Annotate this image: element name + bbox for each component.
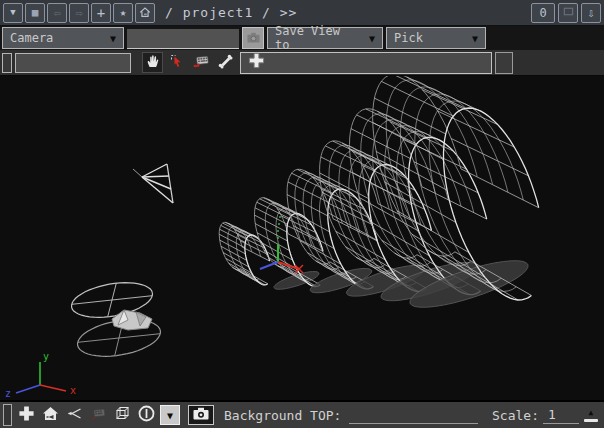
home-icon (41, 405, 60, 426)
camera-select-dropdown[interactable]: Camera ▼ (2, 27, 124, 49)
plus-icon (18, 405, 35, 426)
collapse-button[interactable]: ⇩ (581, 3, 601, 23)
breadcrumb[interactable]: / project1 / >> (165, 5, 297, 20)
viewer-menu-button[interactable]: ▼ (3, 3, 23, 23)
viewport-tool-row (0, 50, 604, 76)
background-top-label: Background TOP: (224, 408, 341, 423)
maximize-button[interactable] (558, 3, 578, 23)
display-options-dropdown[interactable]: ▼ (160, 405, 180, 425)
scale-spinner[interactable]: ▲ (583, 409, 599, 422)
scale-input[interactable]: 1 (543, 407, 579, 424)
down-arrow-icon: ⇩ (587, 7, 594, 19)
scale-label: Scale: (492, 408, 539, 423)
wireframe-cube-icon (114, 405, 131, 426)
top-toolbar: ▼ ■ ⇦ ⇨ + ★ / project1 / >> 0 (0, 0, 604, 26)
pick-label: Pick (394, 31, 423, 45)
stop-button[interactable]: ■ (25, 3, 45, 23)
transform-tool-button[interactable] (190, 52, 211, 73)
add-tab-button[interactable] (244, 54, 268, 72)
chevron-down-icon: ▼ (10, 8, 15, 17)
chevron-down-icon: ▼ (102, 33, 116, 44)
plus-icon: + (97, 6, 105, 20)
save-view-to-label: Save View to (275, 24, 361, 52)
view-pan-tool-button[interactable] (142, 52, 163, 73)
stop-icon: ■ (32, 7, 39, 18)
save-view-to-dropdown[interactable]: Save View to ▼ (267, 27, 383, 49)
snapshot-view-button[interactable] (242, 27, 264, 49)
camera-select-label: Camera (10, 31, 53, 45)
bookmark-button[interactable]: ★ (113, 3, 133, 23)
topbar-right-group: 0 ⇩ (531, 3, 601, 23)
circle-bar-icon (137, 404, 156, 427)
frame-selected-button[interactable] (64, 405, 84, 425)
home-path-button[interactable] (135, 3, 155, 23)
counter-button[interactable]: 0 (531, 3, 555, 23)
bone-tool-button[interactable] (214, 52, 235, 73)
chevron-down-icon: ▼ (167, 410, 173, 421)
axis-y-label: y (43, 351, 49, 362)
add-pane-button[interactable]: + (91, 3, 111, 23)
select-tool-button[interactable] (166, 52, 187, 73)
back-button[interactable]: ⇦ (47, 3, 67, 23)
spinner-up-icon: ▲ (589, 409, 594, 416)
add-view-button[interactable] (16, 405, 36, 425)
axis-z-label: z (5, 388, 11, 399)
wireframe-scene: x y z (0, 76, 604, 400)
snapshot-button[interactable] (188, 405, 214, 425)
back-arrow-icon: ⇦ (53, 7, 60, 19)
keyboard-transform-icon (89, 406, 107, 425)
chevron-down-icon: ▼ (361, 33, 375, 44)
display-options-button[interactable] (136, 405, 156, 425)
camera-view-bar: Camera ▼ Save View to ▼ Pick ▼ (0, 26, 604, 50)
forward-arrow-icon: ⇨ (75, 7, 82, 19)
home-view-button[interactable] (40, 405, 60, 425)
geometry-viewer-window: ▼ ■ ⇦ ⇨ + ★ / project1 / >> 0 (0, 0, 604, 428)
shading-mode-button[interactable] (112, 405, 132, 425)
star-icon: ★ (120, 7, 127, 18)
spinner-bar (584, 419, 598, 422)
forward-button[interactable]: ⇨ (69, 3, 89, 23)
hand-icon (145, 53, 161, 73)
select-cursor-icon (169, 53, 185, 73)
selection-text-field[interactable] (15, 53, 131, 73)
camera-icon (192, 406, 210, 425)
3d-viewport[interactable]: x y z (0, 76, 604, 400)
square-outline-icon (563, 6, 574, 19)
home-icon (138, 5, 152, 21)
arrow-to-point-icon (66, 406, 83, 425)
tool-row-end-button[interactable] (495, 52, 513, 74)
bone-icon (217, 53, 233, 73)
chevron-down-icon: ▼ (464, 33, 478, 44)
viewport-status-bar: ▼ Background TOP: Scale: 1 ▲ (0, 400, 604, 428)
background-top-input[interactable] (349, 406, 478, 424)
camera-icon (246, 29, 261, 48)
viewer-tab-bar (240, 52, 492, 74)
collapse-bar-button[interactable] (3, 404, 12, 426)
pick-dropdown[interactable]: Pick ▼ (386, 27, 486, 49)
collapse-field-button[interactable] (2, 53, 12, 73)
axis-x-label: x (70, 385, 76, 396)
keyboard-transform-icon (192, 53, 210, 73)
transform-indicator-button[interactable] (88, 405, 108, 425)
view-name-input[interactable] (127, 29, 239, 49)
plus-icon (247, 52, 266, 73)
counter-value: 0 (539, 7, 546, 19)
